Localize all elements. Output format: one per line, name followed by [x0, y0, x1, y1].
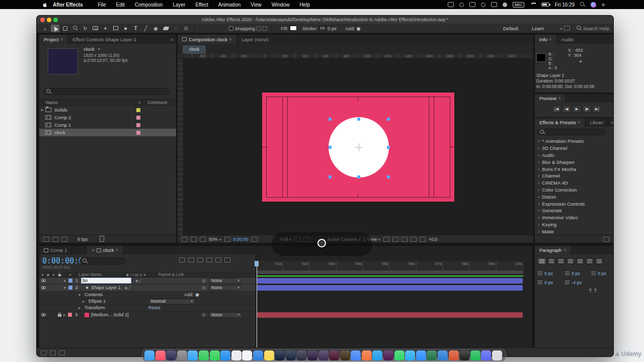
tab-overflow-icon[interactable]: » — [169, 35, 176, 44]
ellipse-row[interactable]: ▸ Ellipse 1 Normal▾ — [39, 298, 256, 305]
shape-tool-icon[interactable] — [111, 25, 120, 32]
tab-layer[interactable]: Layer (none) — [237, 35, 274, 44]
selection-handle[interactable] — [357, 175, 360, 178]
stroke-color-swatch[interactable] — [319, 26, 326, 31]
dock-icon[interactable] — [416, 350, 426, 360]
work-area-bar[interactable] — [257, 270, 523, 274]
snapshot-icon[interactable] — [182, 237, 188, 242]
timeline-ruler[interactable]: 01s02s03s04s05s06s07s08s09s10s — [257, 261, 523, 270]
tab-libraries[interactable]: Librari — [585, 118, 608, 127]
align-left-icon[interactable] — [538, 258, 546, 264]
dock-icon[interactable] — [155, 350, 166, 360]
text-direction-rtl-icon[interactable]: ¶ — [594, 288, 597, 293]
eye-icon[interactable] — [41, 313, 46, 316]
type-tool-icon[interactable]: T — [131, 25, 140, 32]
project-row[interactable]: ▸ Solids — [39, 106, 176, 114]
tab-overflow-icon[interactable]: » — [608, 118, 613, 127]
fast-previews-icon[interactable] — [392, 237, 398, 242]
project-columns-header[interactable]: Name ● Comment — [39, 99, 176, 106]
dock-icon[interactable] — [329, 350, 339, 360]
dock-icon[interactable] — [405, 350, 415, 360]
twirl-icon[interactable]: ▸ — [39, 108, 45, 112]
selection-handle[interactable] — [387, 175, 390, 178]
effects-category-row[interactable]: › Audio — [535, 152, 613, 159]
project-row[interactable]: Comp 2 — [39, 114, 176, 121]
exposure-value[interactable]: +0,0 — [429, 237, 438, 242]
selection-tool-icon[interactable] — [51, 25, 59, 32]
twirl-icon[interactable]: ▸ — [63, 313, 65, 317]
menubar-item[interactable]: Help — [294, 2, 315, 8]
twirl-icon[interactable]: › — [538, 166, 539, 172]
expand-layer-switches-icon[interactable] — [41, 350, 47, 355]
parent-select[interactable]: None▾ — [209, 278, 242, 284]
hand-tool-icon[interactable] — [61, 25, 69, 32]
dock-icon[interactable] — [362, 350, 372, 360]
contents-row[interactable]: ▾ Contents Add: ◉ — [39, 292, 256, 299]
frame-blending-icon[interactable] — [206, 257, 212, 262]
dock-icon[interactable] — [210, 350, 220, 360]
siri-icon[interactable] — [591, 2, 596, 8]
anchor-point-icon[interactable] — [355, 143, 363, 151]
layer-bar-2[interactable] — [257, 285, 523, 291]
reset-exposure-icon[interactable] — [420, 237, 426, 242]
text-direction-ltr-icon[interactable]: ¶ — [589, 288, 592, 293]
timeline-button-icon[interactable] — [401, 237, 408, 242]
dock-icon[interactable] — [492, 350, 502, 360]
expand-transfer-controls-icon[interactable] — [50, 350, 56, 355]
effects-category-row[interactable]: › CINEMA 4D — [535, 179, 613, 187]
twirl-icon[interactable]: › — [538, 187, 539, 193]
indent-right-field[interactable]: 0 px — [591, 271, 606, 276]
tab-timeline-comp1[interactable]: Comp 1 — [39, 246, 72, 254]
blend-mode-select[interactable]: Normal▾ — [148, 299, 195, 304]
twirl-icon[interactable]: › — [538, 194, 539, 200]
workspace-bar-icon[interactable] — [564, 26, 570, 31]
viewer-tab-clock[interactable]: clock — [183, 45, 206, 54]
project-bit-depth[interactable]: 8 bpc — [77, 237, 89, 242]
parent-pickwhip-icon[interactable]: ◎ — [202, 278, 206, 283]
home-icon[interactable]: ⌂ — [41, 25, 49, 32]
layer-label-swatch[interactable] — [68, 279, 72, 283]
twirl-icon[interactable]: › — [538, 180, 539, 186]
panel-menu-icon[interactable]: ≡ — [578, 120, 581, 125]
label-color-swatch[interactable] — [136, 116, 140, 120]
layer-label-swatch[interactable] — [68, 313, 72, 317]
justify-last-center-icon[interactable] — [576, 258, 584, 264]
pen-tool-icon[interactable]: ◆ — [121, 25, 130, 32]
snapping-option-icon[interactable] — [263, 26, 267, 31]
tab-composition[interactable]: Composition clock ≡ — [178, 35, 237, 44]
pixel-aspect-icon[interactable] — [383, 237, 389, 242]
dock-icon[interactable] — [231, 350, 242, 360]
dock-icon[interactable] — [264, 350, 274, 360]
layer-name-edit-input[interactable] — [81, 278, 131, 284]
parent-select[interactable]: None▾ — [209, 312, 242, 318]
tab-effect-controls[interactable]: Effect Controls Shape Layer 2 — [68, 35, 141, 44]
twirl-icon[interactable]: ▾ — [78, 293, 80, 297]
dock-icon[interactable] — [340, 350, 350, 360]
flowchart-icon[interactable] — [411, 237, 417, 242]
tab-preview[interactable]: Preview≡ — [535, 94, 566, 103]
effects-category-row[interactable]: › Matte — [535, 228, 613, 235]
clone-stamp-tool-icon[interactable]: ◉ — [151, 25, 160, 32]
layer-row-2[interactable]: ▾ 2 ★ Shape Layer 1 ◆╱ ◎ None▾ — [39, 285, 256, 292]
twirl-icon[interactable]: ▸ — [83, 299, 85, 304]
effects-search-input[interactable] — [537, 129, 606, 135]
dock-icon[interactable] — [470, 350, 480, 360]
composition-canvas[interactable] — [262, 93, 454, 202]
fill-color-swatch[interactable] — [290, 26, 297, 31]
chevron-down-icon[interactable]: ▾ — [98, 47, 100, 51]
channel-icon[interactable] — [200, 237, 206, 242]
dock-icon[interactable] — [199, 350, 209, 360]
grid-guides-icon[interactable] — [224, 237, 230, 242]
transform-row[interactable]: ▸ Transform Reset — [39, 305, 256, 312]
window-titlebar[interactable]: Adobe After Effects 2020 - /Users/alanay… — [37, 16, 613, 24]
search-help-field[interactable]: Search Help — [583, 26, 609, 31]
panel-menu-icon[interactable]: ≡ — [61, 37, 63, 42]
draft-3d-icon[interactable] — [188, 257, 194, 262]
wifi-icon[interactable] — [530, 3, 536, 7]
project-search-input[interactable] — [43, 88, 169, 95]
dock-icon[interactable] — [307, 350, 317, 360]
menubar-item[interactable]: File — [93, 2, 111, 8]
dock-icon[interactable] — [275, 350, 285, 360]
orbit-camera-tool-icon[interactable]: ↻ — [81, 25, 90, 32]
dock-icon[interactable] — [372, 350, 382, 360]
